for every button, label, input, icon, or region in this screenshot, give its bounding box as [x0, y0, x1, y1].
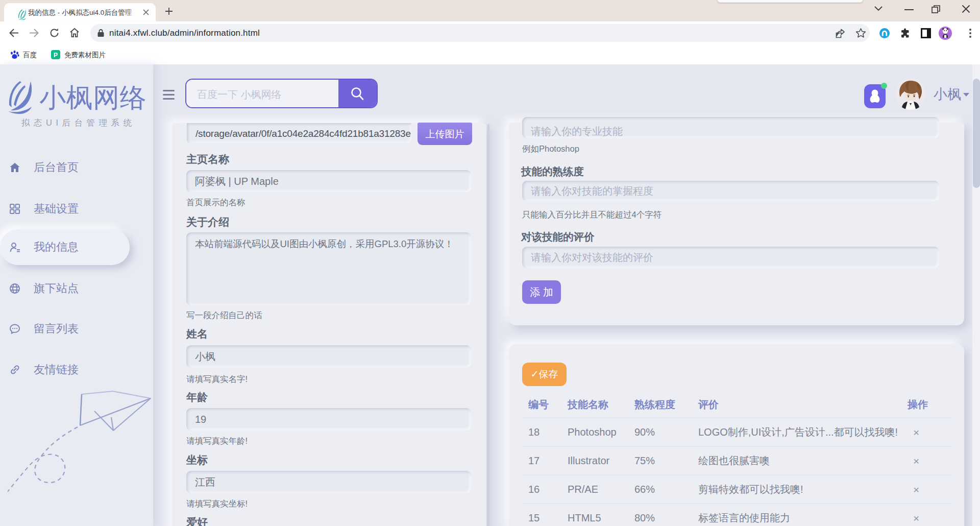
svg-text:P: P	[54, 52, 58, 59]
